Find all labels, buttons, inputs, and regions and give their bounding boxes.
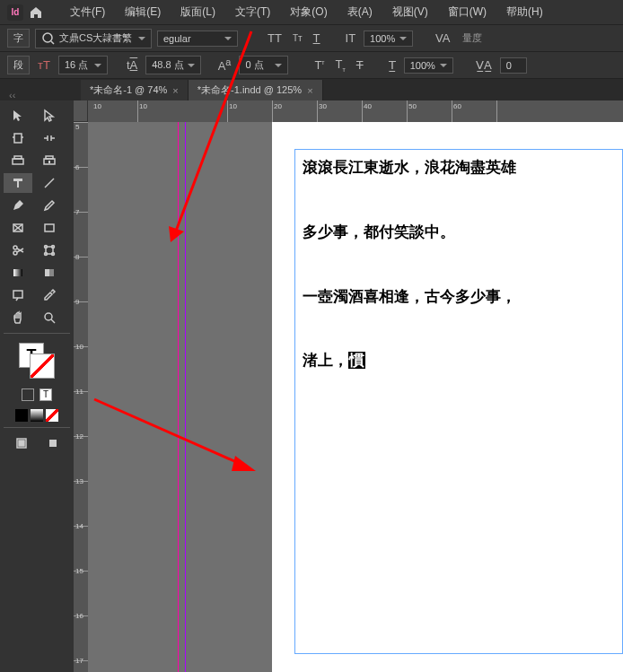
page-tool[interactable] [4,128,32,148]
superscript-icon[interactable]: Tт [312,57,327,74]
text-mode-icon[interactable]: T [39,388,52,401]
document-tab-2[interactable]: *未命名-1.indd @ 125% × [189,80,323,100]
gradient-feather-tool[interactable] [35,263,64,283]
menu-view[interactable]: 视图(V) [385,1,435,23]
gap-tool[interactable] [35,128,64,148]
para-mode-label[interactable]: 段 [7,56,30,74]
menu-type[interactable]: 文字(T) [228,1,277,23]
baseline-icon: Aa [215,55,234,74]
apply-none-icon[interactable] [46,409,58,422]
chevron-down-icon [440,64,447,67]
svg-point-8 [13,251,17,255]
chevron-down-icon [94,64,101,67]
gradient-swatch-tool[interactable] [4,263,32,283]
font-size-value: 16 点 [65,58,88,72]
menu-object[interactable]: 对象(O) [283,1,334,23]
text-line-2[interactable]: 多少事，都付笑談中。 [303,222,615,243]
scale-dropdown-1[interactable]: 100% [364,31,413,47]
menu-edit[interactable]: 编辑(E) [118,1,168,23]
font-size-dropdown[interactable]: 16 点 [58,56,108,74]
fill-stroke-swatch[interactable]: T [19,343,55,379]
scale-icon-2[interactable]: T̲ [386,57,399,74]
home-icon[interactable] [29,5,43,20]
pen-tool[interactable] [4,196,32,215]
svg-rect-18 [13,291,22,298]
menu-table[interactable]: 表(A) [340,1,380,23]
close-icon[interactable]: × [307,85,312,96]
rectangle-frame-tool[interactable] [4,218,32,238]
right-value: 0 [506,60,512,71]
font-family-dropdown[interactable]: 文鼎CS大隷書繁 [35,29,152,48]
margin-guide [178,122,179,672]
baseline-dropdown[interactable]: 0 点 [239,56,288,74]
tools-panel: T T [0,100,74,672]
chevron-down-icon [188,64,195,67]
scale-icon-1[interactable]: IT [343,30,359,47]
small-caps-icon[interactable]: Tт [290,31,305,45]
char-mode-label[interactable]: 字 [7,29,30,48]
subscript-icon[interactable]: Tт [333,56,348,74]
direct-selection-tool[interactable] [35,106,64,126]
text-line-4[interactable]: 渚上，慣 [303,350,615,371]
document-tab-1[interactable]: *未命名-1 @ 74% × [81,80,189,100]
svg-rect-5 [46,156,53,159]
svg-rect-17 [45,269,49,276]
chevron-down-icon [224,37,232,40]
page-canvas[interactable]: 滾滾長江東逝水，浪花淘盡英雄 多少事，都付笑談中。 一壺濁酒喜相逢，古今多少事，… [88,122,623,672]
strikethrough-icon[interactable]: T [354,57,366,74]
svg-point-9 [13,246,17,249]
text-line-3[interactable]: 一壺濁酒喜相逢，古今多少事， [303,286,615,308]
tabbar-collapse-icon[interactable]: ‹‹ [9,90,15,100]
menu-layout[interactable]: 版面(L) [173,1,223,23]
all-caps-icon[interactable]: TT [265,30,285,47]
vertical-ruler[interactable]: 5 6 7 8 9 10 11 12 13 14 15 16 17 [74,122,88,672]
text-cursor-char: 慣 [348,352,365,369]
svg-rect-2 [13,159,23,164]
svg-point-19 [45,313,52,320]
content-collector-tool[interactable] [4,151,32,170]
free-transform-tool[interactable] [35,240,64,260]
apply-gradient-icon[interactable] [31,409,43,422]
font-style-dropdown[interactable]: egular [157,31,238,47]
scale-value-2: 100% [410,60,435,71]
canvas-area: 10 10 10 20 30 40 50 60 5 6 [74,100,623,672]
svg-rect-7 [45,224,54,231]
selection-tool[interactable] [4,106,32,126]
menu-window[interactable]: 窗口(W) [441,1,494,23]
apply-color-icon[interactable] [15,409,28,422]
metrics-label[interactable]: 量度 [459,30,486,47]
text-line-1[interactable]: 滾滾長江東逝水，浪花淘盡英雄 [303,157,615,179]
right-dropdown[interactable]: 0 [500,57,527,74]
close-icon[interactable]: × [172,85,178,96]
scissors-tool[interactable] [4,240,32,260]
tab-label-2: *未命名-1.indd @ 125% [197,83,302,97]
zoom-tool[interactable] [35,308,64,327]
pencil-tool[interactable] [35,196,64,215]
rectangle-tool[interactable] [35,218,64,238]
underline-icon[interactable]: T [311,30,323,47]
stroke-swatch[interactable] [30,353,55,379]
text-frame[interactable]: 滾滾長江東逝水，浪花淘盡英雄 多少事，都付笑談中。 一壺濁酒喜相逢，古今多少事，… [294,149,623,654]
eyedropper-tool[interactable] [35,285,64,305]
hand-tool[interactable] [4,308,32,327]
view-mode-normal[interactable] [7,433,36,453]
control-panel-row2: 段 тТ 16 点 tA 48.8 点 Aa 0 点 Tт Tт T T̲ 10… [0,52,623,79]
column-guide [185,122,186,672]
va2-icon[interactable]: V̲A̲ [473,57,495,74]
leading-dropdown[interactable]: 48.8 点 [145,56,200,74]
va-icon[interactable]: VA [433,30,452,47]
scale-dropdown-2[interactable]: 100% [404,57,453,74]
type-tool[interactable] [4,173,32,193]
menu-help[interactable]: 帮助(H) [499,1,550,23]
svg-rect-1 [14,134,22,143]
ruler-origin[interactable] [74,100,88,122]
note-tool[interactable] [4,285,32,305]
horizontal-ruler[interactable]: 10 10 10 20 30 40 50 60 [88,100,623,122]
view-mode-preview[interactable] [39,433,67,453]
document-tabbar: ‹‹ *未命名-1 @ 74% × *未命名-1.indd @ 125% × [0,79,623,100]
content-placer-tool[interactable] [35,151,64,170]
line-tool[interactable] [35,173,64,193]
container-mode-icon[interactable] [22,388,34,401]
svg-point-0 [43,33,52,42]
menu-file[interactable]: 文件(F) [63,1,112,23]
